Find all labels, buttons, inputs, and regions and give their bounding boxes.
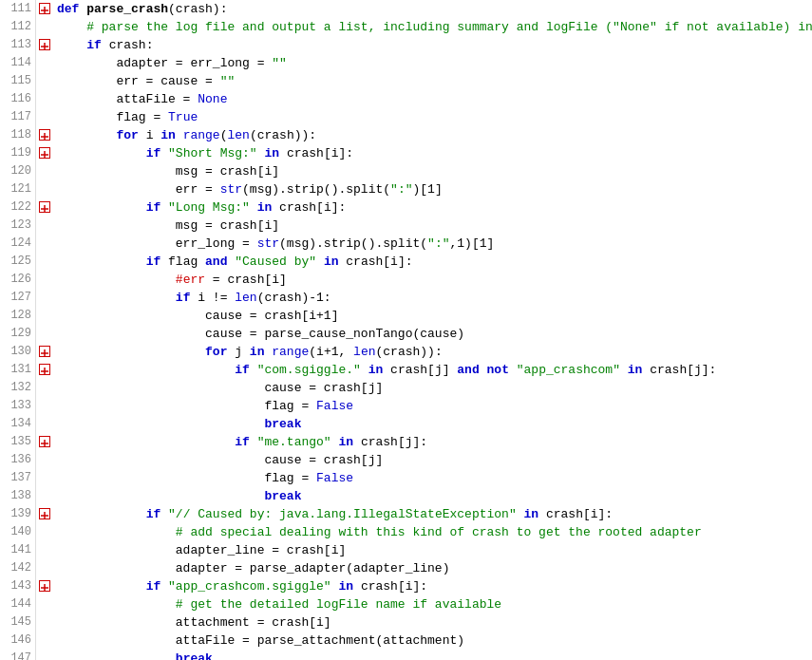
fold-button[interactable] bbox=[39, 508, 50, 519]
gutter-row bbox=[36, 198, 53, 217]
line-number: 117 bbox=[4, 108, 31, 126]
code-line: adapter_line = crash[i] bbox=[57, 541, 812, 559]
gutter-row bbox=[36, 144, 53, 162]
fold-button[interactable] bbox=[39, 147, 50, 159]
line-number: 129 bbox=[4, 325, 31, 343]
line-number: 135 bbox=[4, 433, 31, 451]
line-number: 141 bbox=[4, 541, 31, 559]
gutter-row bbox=[36, 523, 53, 541]
line-number: 143 bbox=[4, 577, 31, 595]
gutter-row bbox=[36, 180, 53, 198]
code-line: msg = crash[i] bbox=[57, 162, 812, 180]
line-number: 136 bbox=[4, 451, 31, 469]
code-area: def parse_crash(crash): # parse the log … bbox=[53, 0, 812, 660]
line-number: 121 bbox=[4, 180, 31, 198]
gutter-row bbox=[36, 307, 53, 325]
gutter-row bbox=[36, 595, 53, 613]
gutter-row bbox=[36, 18, 53, 36]
gutter-row bbox=[36, 433, 53, 451]
code-line: def parse_crash(crash): bbox=[57, 0, 812, 18]
fold-button[interactable] bbox=[39, 3, 50, 14]
gutter-row bbox=[36, 0, 53, 18]
line-number: 128 bbox=[4, 307, 31, 325]
line-number: 116 bbox=[4, 90, 31, 108]
line-number: 118 bbox=[4, 126, 31, 144]
code-line: flag = True bbox=[57, 108, 812, 126]
line-numbers: 1111121131141151161171181191201211221231… bbox=[0, 0, 36, 660]
code-line: #err = crash[i] bbox=[57, 271, 812, 289]
line-number: 112 bbox=[4, 18, 31, 36]
line-number: 114 bbox=[4, 54, 31, 72]
gutter-row bbox=[36, 108, 53, 126]
code-line: cause = crash[j] bbox=[57, 451, 812, 469]
line-number: 115 bbox=[4, 72, 31, 90]
code-line: attachment = crash[i] bbox=[57, 613, 812, 632]
gutter-row bbox=[36, 361, 53, 379]
code-line: err = str(msg).strip().split(":")[1] bbox=[57, 180, 812, 198]
gutter-row bbox=[36, 36, 53, 54]
code-line: if "// Caused by: java.lang.IllegalState… bbox=[57, 505, 812, 523]
code-line: if "me.tango" in crash[j]: bbox=[57, 433, 812, 451]
gutter-row bbox=[36, 54, 53, 72]
fold-button[interactable] bbox=[39, 436, 50, 447]
line-number: 132 bbox=[4, 379, 31, 397]
code-line: # get the detailed logFile name if avail… bbox=[57, 595, 812, 613]
fold-button[interactable] bbox=[39, 346, 50, 357]
code-line: # parse the log file and output a list, … bbox=[57, 18, 812, 36]
line-number: 120 bbox=[4, 162, 31, 180]
gutter-row bbox=[36, 271, 53, 289]
code-line: flag = False bbox=[57, 469, 812, 487]
code-line: if "com.sgiggle." in crash[j] and not "a… bbox=[57, 361, 812, 379]
code-line: err = cause = "" bbox=[57, 72, 812, 90]
line-number: 111 bbox=[4, 0, 31, 18]
gutter-row bbox=[36, 217, 53, 235]
code-line: attaFile = parse_attachment(attachment) bbox=[57, 632, 812, 650]
gutter-row bbox=[36, 469, 53, 487]
line-number: 137 bbox=[4, 469, 31, 487]
code-line: break bbox=[57, 650, 812, 660]
fold-button[interactable] bbox=[39, 201, 50, 213]
code-line: cause = crash[j] bbox=[57, 379, 812, 397]
fold-button[interactable] bbox=[39, 39, 50, 50]
line-number: 123 bbox=[4, 217, 31, 235]
line-number: 122 bbox=[4, 198, 31, 217]
code-line: attaFile = None bbox=[57, 90, 812, 108]
code-line: break bbox=[57, 487, 812, 505]
line-number: 147 bbox=[4, 650, 31, 660]
gutter-row bbox=[36, 90, 53, 108]
gutter-row bbox=[36, 451, 53, 469]
gutter bbox=[36, 0, 53, 660]
fold-button[interactable] bbox=[39, 129, 50, 141]
line-number: 113 bbox=[4, 36, 31, 54]
fold-button[interactable] bbox=[39, 364, 50, 375]
code-line: if "Short Msg:" in crash[i]: bbox=[57, 144, 812, 162]
code-line: if "Long Msg:" in crash[i]: bbox=[57, 198, 812, 217]
code-line: for i in range(len(crash)): bbox=[57, 126, 812, 144]
gutter-row bbox=[36, 72, 53, 90]
code-line: if i != len(crash)-1: bbox=[57, 289, 812, 307]
gutter-row bbox=[36, 577, 53, 595]
gutter-row bbox=[36, 487, 53, 505]
line-number: 138 bbox=[4, 487, 31, 505]
line-number: 139 bbox=[4, 505, 31, 523]
code-line: msg = crash[i] bbox=[57, 217, 812, 235]
line-number: 133 bbox=[4, 397, 31, 415]
line-number: 125 bbox=[4, 253, 31, 271]
gutter-row bbox=[36, 505, 53, 523]
fold-button[interactable] bbox=[39, 580, 50, 592]
line-number: 140 bbox=[4, 523, 31, 541]
code-line: for j in range(i+1, len(crash)): bbox=[57, 343, 812, 361]
line-number: 145 bbox=[4, 613, 31, 632]
gutter-row bbox=[36, 162, 53, 180]
line-number: 130 bbox=[4, 343, 31, 361]
gutter-row bbox=[36, 325, 53, 343]
code-line: if "app_crashcom.sgiggle" in crash[i]: bbox=[57, 577, 812, 595]
line-number: 146 bbox=[4, 632, 31, 650]
gutter-row bbox=[36, 289, 53, 307]
code-container: 1111121131141151161171181191201211221231… bbox=[0, 0, 812, 660]
gutter-row bbox=[36, 379, 53, 397]
line-number: 127 bbox=[4, 289, 31, 307]
code-line: cause = parse_cause_nonTango(cause) bbox=[57, 325, 812, 343]
gutter-row bbox=[36, 397, 53, 415]
gutter-row bbox=[36, 415, 53, 433]
